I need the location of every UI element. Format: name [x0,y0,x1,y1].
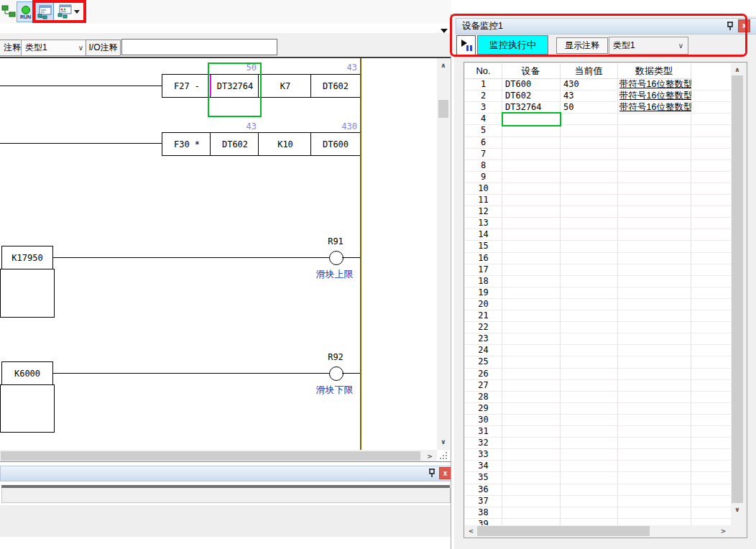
device-monitor-icon[interactable] [35,1,54,22]
close-icon[interactable]: x [738,19,750,32]
monitor-type-select[interactable]: 类型1 ∨ [609,37,688,55]
datatype-cell[interactable] [618,518,691,525]
row-number-cell[interactable]: 34 [465,460,502,471]
datatype-cell[interactable]: 带符号16位整数型 [618,101,691,113]
device-cell[interactable]: DT32764 [502,101,562,113]
row-number-cell[interactable]: 16 [465,252,502,264]
instruction-box[interactable]: DT602 [310,74,361,98]
device-cell[interactable]: DT600 [502,78,562,90]
toolbar-overflow-arrow[interactable] [441,29,448,33]
row-number-cell[interactable]: 10 [465,183,502,194]
instruction-box[interactable]: F30 * [162,132,212,156]
device-cell[interactable] [502,368,562,379]
device-cell[interactable] [502,194,562,206]
value-cell[interactable] [561,264,619,275]
io-comment-button[interactable]: I/O注释 [86,40,121,56]
value-cell[interactable] [561,471,619,483]
ladder-hscroll-thumb[interactable] [1,451,420,461]
device-cell[interactable] [502,206,562,217]
value-cell[interactable] [561,507,619,518]
value-cell[interactable] [561,160,619,171]
ladder-vscroll-down-arrow[interactable]: ∨ [437,436,450,448]
instruction-box[interactable]: DT600 [310,132,361,156]
datatype-cell[interactable] [618,160,691,171]
device-cell[interactable] [502,471,562,483]
ladder-hscroll-right-arrow[interactable]: > [424,451,435,461]
pin-icon[interactable] [726,21,734,32]
value-cell[interactable] [561,321,619,333]
ladder-vscroll-up-arrow[interactable]: ∧ [437,60,450,70]
value-cell[interactable] [561,137,619,148]
row-number-cell[interactable]: 22 [465,321,502,333]
value-cell[interactable] [561,252,619,264]
row-number-cell[interactable]: 7 [465,148,502,160]
datatype-cell[interactable] [618,287,691,298]
monitor-dropdown-arrow[interactable] [74,10,80,14]
row-number-cell[interactable]: 17 [465,264,502,275]
datatype-cell[interactable] [618,507,691,518]
row-number-cell[interactable]: 28 [465,391,502,402]
operand-box[interactable]: K17950 [1,246,53,269]
datatype-cell[interactable] [618,252,691,264]
device-cell[interactable] [502,518,562,525]
datatype-cell[interactable]: 带符号16位整数型 [618,90,691,101]
datatype-cell[interactable]: 带符号16位整数型 [618,78,691,90]
row-number-cell[interactable]: 23 [465,333,502,344]
device-cell[interactable] [502,460,562,471]
datatype-cell[interactable] [618,368,691,379]
datatype-cell[interactable] [618,344,691,356]
row-number-cell[interactable]: 38 [465,507,502,518]
resize-grip[interactable] [440,452,448,461]
monitoring-status-button[interactable]: 监控执行中 [477,35,548,55]
instruction-box[interactable] [0,269,55,318]
row-number-cell[interactable]: 19 [465,287,502,298]
datatype-cell[interactable] [618,448,691,460]
value-cell[interactable] [561,206,619,217]
coil[interactable] [329,366,344,381]
row-number-cell[interactable]: 8 [465,160,502,171]
value-cell[interactable] [561,333,619,344]
device-cell[interactable] [502,137,562,148]
datatype-cell[interactable] [618,194,691,206]
run-mode-icon[interactable]: RUN [17,1,34,22]
network-icon[interactable] [1,3,17,20]
device-cell[interactable] [502,379,562,391]
monitor-panel-titlebar[interactable]: 设备监控1 [456,18,756,34]
row-number-cell[interactable]: 2 [465,90,502,101]
monitor-hscroll-thumb[interactable] [477,526,650,536]
row-number-cell[interactable]: 33 [465,448,502,460]
value-cell[interactable] [561,402,619,414]
value-cell[interactable] [561,484,619,495]
row-number-cell[interactable]: 25 [465,356,502,367]
value-cell[interactable]: 430 [561,78,619,90]
value-cell[interactable]: 50 [561,101,619,113]
device-cell[interactable] [502,391,562,402]
value-cell[interactable] [561,437,619,448]
datatype-cell[interactable] [618,171,691,183]
device-cell[interactable] [502,217,562,229]
datatype-cell[interactable] [618,414,691,425]
row-number-cell[interactable]: 6 [465,137,502,148]
monitor-vscroll-down-arrow[interactable]: ∨ [731,504,744,515]
value-cell[interactable] [561,495,619,507]
value-cell[interactable] [561,229,619,240]
device-cell[interactable] [502,287,562,298]
value-cell[interactable] [561,448,619,460]
value-cell[interactable] [561,240,619,252]
device-cell[interactable] [502,425,562,437]
datatype-cell[interactable] [618,229,691,240]
row-number-cell[interactable]: 5 [465,124,502,136]
row-number-cell[interactable]: 24 [465,344,502,356]
device-cell[interactable] [502,448,562,460]
monitor-vscroll-up-arrow[interactable]: ∧ [731,64,744,75]
device-cell[interactable] [502,484,562,495]
row-number-cell[interactable]: 15 [465,240,502,252]
value-cell[interactable] [561,518,619,525]
monitor-hscroll-left-arrow[interactable]: < [466,526,476,536]
instruction-box[interactable]: K7 [258,74,313,98]
datatype-cell[interactable] [618,298,691,310]
row-number-cell[interactable]: 36 [465,484,502,495]
comment-search-input[interactable] [121,39,277,55]
row-number-cell[interactable]: 31 [465,425,502,437]
row-number-cell[interactable]: 18 [465,275,502,287]
